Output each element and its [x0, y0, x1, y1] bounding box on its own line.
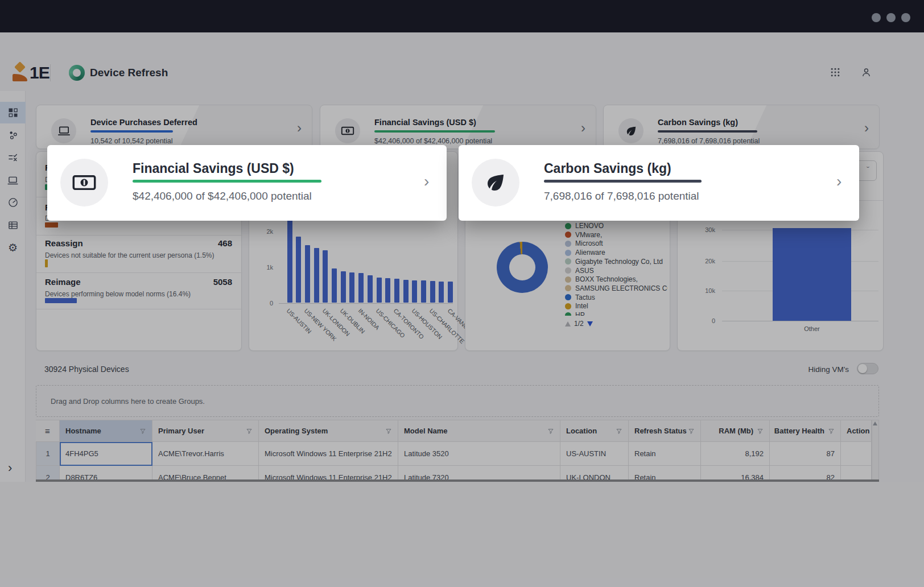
popup-potential: 7,698,016 of 7,698,016 potential	[544, 190, 699, 202]
popup-accent-bar	[133, 180, 321, 183]
chevron-right-icon[interactable]: ›	[836, 172, 842, 191]
popup-accent-bar	[544, 180, 702, 183]
banknote-icon	[60, 159, 108, 206]
financial-savings-popup[interactable]: Financial Savings (USD $) $42,406,000 of…	[47, 145, 447, 221]
modal-dim-overlay	[0, 0, 924, 587]
popup-title: Financial Savings (USD $)	[133, 161, 294, 176]
leaf-icon	[472, 159, 519, 206]
carbon-savings-popup[interactable]: Carbon Savings (kg) 7,698,016 of 7,698,0…	[459, 145, 859, 221]
screen: 1E Device Refresh	[0, 0, 924, 587]
chevron-right-icon[interactable]: ›	[424, 172, 429, 191]
popup-potential: $42,406,000 of $42,406,000 potential	[133, 190, 312, 202]
popup-title: Carbon Savings (kg)	[544, 161, 671, 176]
